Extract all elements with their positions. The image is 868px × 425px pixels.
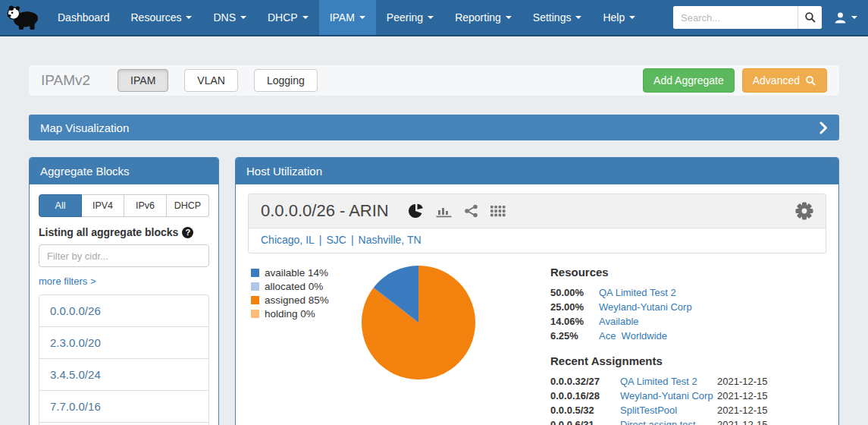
resource-percent: 6.25% (550, 330, 599, 342)
cidr-filter-input[interactable] (39, 244, 209, 267)
assignment-link[interactable]: Direct assign test (620, 419, 717, 425)
tab-dhcp[interactable]: DHCP (167, 194, 209, 217)
ipam-toolbar: IPAMv2 IPAM VLAN Logging Add Aggregate A… (29, 65, 839, 96)
nav-item-label: Resources (131, 11, 182, 24)
caret-down-icon (575, 16, 581, 19)
search-input[interactable] (673, 6, 797, 29)
aggregate-block-item[interactable]: 0.0.0.0/26 (39, 295, 208, 326)
recent-assignment-row: 0.0.0.5/32 SplitTestPool 2021-12-15 (550, 405, 787, 417)
tab-ipv4[interactable]: IPV4 (82, 194, 124, 217)
resource-percent: 25.00% (550, 301, 599, 313)
aggregate-block-item[interactable] (39, 422, 208, 425)
legend-label: available 14% (265, 267, 328, 279)
nav-item-reporting[interactable]: Reporting (444, 0, 522, 35)
assignment-link[interactable]: Weyland-Yutani Corp (620, 390, 717, 402)
assignment-link[interactable]: SplitTestPool (620, 405, 717, 417)
assignment-cidr: 0.0.0.5/32 (550, 405, 620, 417)
nav-item-label: Settings (533, 11, 572, 24)
resource-link[interactable]: Weyland-Yutani Corp (599, 301, 787, 313)
nav-item-dhcp[interactable]: DHCP (257, 0, 319, 35)
subnet-card-header: 0.0.0.0/26 - ARIN (249, 194, 826, 228)
caret-down-icon (186, 16, 192, 19)
resource-percent: 50.00% (550, 287, 599, 299)
location-link[interactable]: SJC (326, 234, 346, 246)
more-filters-link[interactable]: more filters > (39, 275, 96, 287)
add-aggregate-button[interactable]: Add Aggregate (643, 68, 735, 93)
nav-item-label: IPAM (330, 11, 355, 24)
user-menu[interactable] (834, 11, 857, 24)
caret-down-icon (506, 16, 512, 19)
resource-link[interactable]: Available (599, 316, 787, 328)
view-tab-ipam[interactable]: IPAM (118, 69, 168, 92)
top-navbar: Dashboard Resources DNS DHCP IPAM Peerin… (0, 0, 868, 36)
aggregate-blocks-body: All IPV4 IPv6 DHCP Listing all aggregate… (30, 184, 218, 425)
nav-item-peering[interactable]: Peering (376, 0, 444, 35)
subnet-settings-button[interactable] (795, 202, 813, 220)
resource-row: 50.00% QA Limited Test 2 (550, 287, 787, 299)
assignment-date: 2021-12-15 (717, 376, 781, 388)
aggregate-blocks-header: Aggregate Blocks (30, 158, 218, 184)
grid-icon (490, 206, 506, 217)
caret-down-icon (302, 16, 309, 19)
panda-logo-icon (6, 3, 41, 32)
view-tab-logging[interactable]: Logging (254, 69, 318, 92)
recent-assignment-row: 0.0.0.16/28 Weyland-Yutani Corp 2021-12-… (550, 390, 787, 402)
page-container: IPAMv2 IPAM VLAN Logging Add Aggregate A… (0, 65, 868, 425)
assignment-cidr: 0.0.0.6/31 (550, 419, 620, 425)
nav-item-label: Reporting (455, 11, 501, 24)
map-visualization-toggle[interactable]: Map Visualization (29, 115, 839, 140)
host-utilization-content: available 14% allocated 0% assigned 85% (248, 263, 826, 425)
panda-logo[interactable] (0, 0, 47, 35)
resource-row: 14.06% Available (550, 316, 787, 328)
nav-item-dns[interactable]: DNS (202, 0, 257, 35)
aggregate-block-item[interactable]: 2.3.0.0/20 (39, 326, 208, 358)
nav-item-dashboard[interactable]: Dashboard (47, 0, 121, 35)
recent-assignment-row: 0.0.0.6/31 Direct assign test 2021-12-15 (550, 419, 787, 425)
content-columns: Aggregate Blocks All IPV4 IPv6 DHCP List… (29, 157, 839, 425)
host-utilization-header: Host Utilization (236, 158, 838, 184)
subnet-locations: Chicago, IL|SJC|Nashville, TN (249, 228, 826, 253)
location-link[interactable]: Nashville, TN (359, 234, 421, 246)
assignment-date: 2021-12-15 (717, 390, 781, 402)
nav-item-ipam[interactable]: IPAM (319, 0, 376, 35)
user-icon (834, 11, 847, 24)
nav-item-label: DHCP (268, 11, 298, 24)
assignment-link[interactable]: QA Limited Test 2 (620, 376, 717, 388)
search-button[interactable] (797, 6, 822, 29)
aggregate-block-item[interactable]: 7.7.0.0/16 (39, 390, 208, 422)
block-type-tabs: All IPV4 IPv6 DHCP (39, 194, 209, 217)
search-icon (805, 75, 816, 87)
resources-heading: Resources (550, 266, 787, 279)
pie-chart-icon (409, 203, 424, 219)
advanced-search-button[interactable]: Advanced (742, 68, 827, 93)
nav-item-label: DNS (213, 11, 236, 24)
bar-chart-view-button[interactable] (436, 204, 452, 218)
listing-label: Listing all aggregate blocks (39, 226, 178, 238)
nav-item-settings[interactable]: Settings (522, 0, 593, 35)
caret-down-icon (851, 16, 857, 19)
tab-ipv6[interactable]: IPv6 (124, 194, 167, 217)
grid-view-button[interactable] (490, 206, 506, 217)
recent-assignments-heading: Recent Assignments (550, 354, 787, 367)
location-link[interactable]: Chicago, IL (261, 234, 315, 246)
resource-percent: 14.06% (550, 316, 599, 328)
help-icon[interactable]: ? (182, 227, 193, 238)
nav-item-help[interactable]: Help (592, 0, 646, 35)
legend-item-holding: holding 0% (251, 308, 329, 320)
aggregate-block-item[interactable]: 3.4.5.0/24 (39, 358, 208, 390)
pie-chart-view-button[interactable] (409, 203, 424, 219)
share-view-button[interactable] (464, 204, 478, 218)
tab-all[interactable]: All (39, 194, 82, 217)
resource-link[interactable]: Ace Worldwide (599, 330, 787, 342)
bar-chart-icon (436, 204, 452, 218)
nav-item-resources[interactable]: Resources (121, 0, 203, 35)
assignment-date: 2021-12-15 (717, 419, 781, 425)
location-separator: | (351, 234, 354, 246)
view-tab-vlan[interactable]: VLAN (184, 69, 238, 92)
resource-link[interactable]: QA Limited Test 2 (599, 287, 787, 299)
page-title: IPAMv2 (41, 72, 90, 89)
share-icon (464, 204, 478, 218)
gear-icon (795, 202, 813, 220)
host-utilization-panel: Host Utilization 0.0.0.0/26 - ARIN (235, 157, 839, 425)
utilization-pie-chart: available 14% allocated 0% assigned 85% (248, 263, 540, 395)
